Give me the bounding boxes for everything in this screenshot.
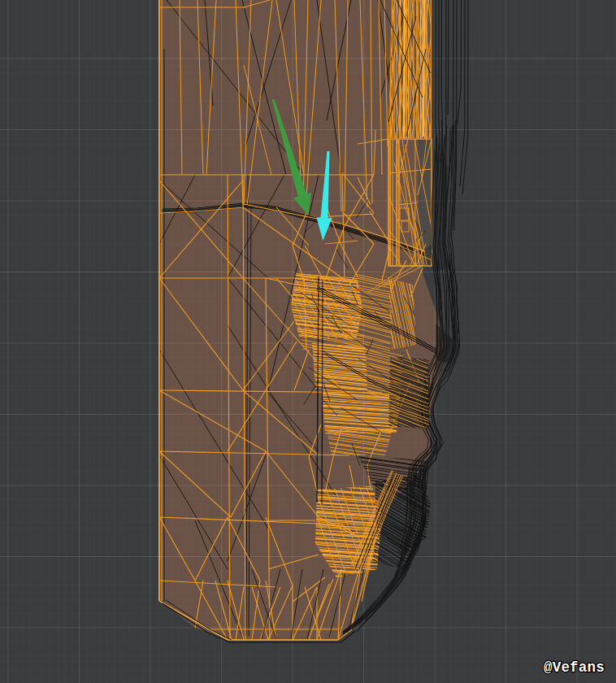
svg-text:@Vefans: @Vefans bbox=[544, 659, 605, 676]
